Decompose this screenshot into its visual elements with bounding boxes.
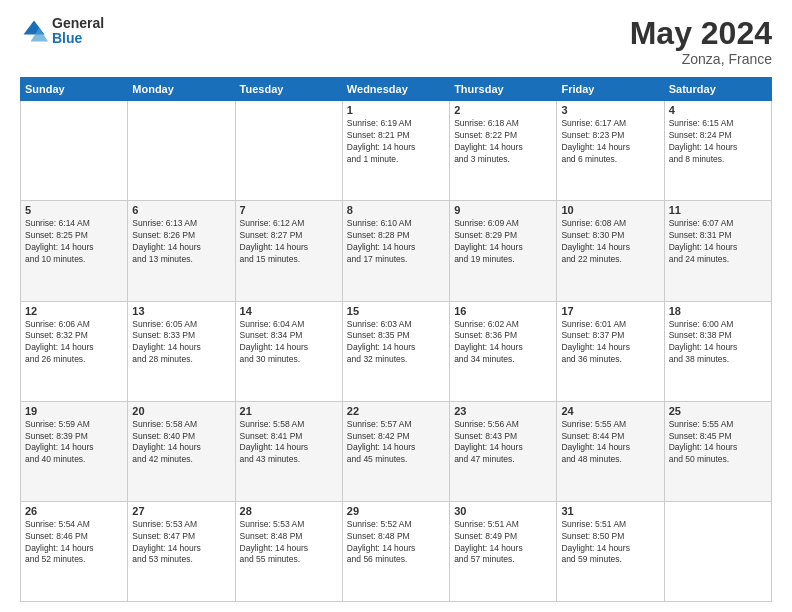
day-info: Sunrise: 6:18 AM Sunset: 8:22 PM Dayligh… [454,118,552,166]
day-info: Sunrise: 6:17 AM Sunset: 8:23 PM Dayligh… [561,118,659,166]
day-info: Sunrise: 5:58 AM Sunset: 8:40 PM Dayligh… [132,419,230,467]
day-info: Sunrise: 5:51 AM Sunset: 8:49 PM Dayligh… [454,519,552,567]
day-info: Sunrise: 6:09 AM Sunset: 8:29 PM Dayligh… [454,218,552,266]
day-info: Sunrise: 5:57 AM Sunset: 8:42 PM Dayligh… [347,419,445,467]
day-info: Sunrise: 6:01 AM Sunset: 8:37 PM Dayligh… [561,319,659,367]
logo-text: General Blue [52,16,104,47]
calendar-cell: 9Sunrise: 6:09 AM Sunset: 8:29 PM Daylig… [450,201,557,301]
day-number: 15 [347,305,445,317]
calendar-cell: 8Sunrise: 6:10 AM Sunset: 8:28 PM Daylig… [342,201,449,301]
day-info: Sunrise: 6:00 AM Sunset: 8:38 PM Dayligh… [669,319,767,367]
day-number: 28 [240,505,338,517]
day-number: 11 [669,204,767,216]
day-info: Sunrise: 6:19 AM Sunset: 8:21 PM Dayligh… [347,118,445,166]
calendar-cell [664,501,771,601]
day-number: 1 [347,104,445,116]
day-info: Sunrise: 6:15 AM Sunset: 8:24 PM Dayligh… [669,118,767,166]
day-info: Sunrise: 5:53 AM Sunset: 8:48 PM Dayligh… [240,519,338,567]
day-info: Sunrise: 6:07 AM Sunset: 8:31 PM Dayligh… [669,218,767,266]
title-block: May 2024 Zonza, France [630,16,772,67]
calendar-cell: 10Sunrise: 6:08 AM Sunset: 8:30 PM Dayli… [557,201,664,301]
logo: General Blue [20,16,104,47]
calendar-cell: 27Sunrise: 5:53 AM Sunset: 8:47 PM Dayli… [128,501,235,601]
calendar-cell: 25Sunrise: 5:55 AM Sunset: 8:45 PM Dayli… [664,401,771,501]
calendar-cell: 5Sunrise: 6:14 AM Sunset: 8:25 PM Daylig… [21,201,128,301]
day-info: Sunrise: 5:59 AM Sunset: 8:39 PM Dayligh… [25,419,123,467]
calendar-cell: 19Sunrise: 5:59 AM Sunset: 8:39 PM Dayli… [21,401,128,501]
day-number: 18 [669,305,767,317]
day-info: Sunrise: 5:52 AM Sunset: 8:48 PM Dayligh… [347,519,445,567]
day-number: 24 [561,405,659,417]
day-number: 9 [454,204,552,216]
day-info: Sunrise: 5:53 AM Sunset: 8:47 PM Dayligh… [132,519,230,567]
day-info: Sunrise: 6:08 AM Sunset: 8:30 PM Dayligh… [561,218,659,266]
calendar-cell: 2Sunrise: 6:18 AM Sunset: 8:22 PM Daylig… [450,101,557,201]
calendar-week-row: 12Sunrise: 6:06 AM Sunset: 8:32 PM Dayli… [21,301,772,401]
calendar-cell: 18Sunrise: 6:00 AM Sunset: 8:38 PM Dayli… [664,301,771,401]
calendar-cell: 14Sunrise: 6:04 AM Sunset: 8:34 PM Dayli… [235,301,342,401]
day-number: 19 [25,405,123,417]
calendar-cell: 31Sunrise: 5:51 AM Sunset: 8:50 PM Dayli… [557,501,664,601]
calendar-cell [235,101,342,201]
calendar: SundayMondayTuesdayWednesdayThursdayFrid… [20,77,772,602]
day-info: Sunrise: 6:14 AM Sunset: 8:25 PM Dayligh… [25,218,123,266]
day-number: 2 [454,104,552,116]
calendar-cell: 4Sunrise: 6:15 AM Sunset: 8:24 PM Daylig… [664,101,771,201]
day-number: 4 [669,104,767,116]
calendar-cell: 23Sunrise: 5:56 AM Sunset: 8:43 PM Dayli… [450,401,557,501]
day-info: Sunrise: 6:13 AM Sunset: 8:26 PM Dayligh… [132,218,230,266]
calendar-cell: 26Sunrise: 5:54 AM Sunset: 8:46 PM Dayli… [21,501,128,601]
calendar-cell: 1Sunrise: 6:19 AM Sunset: 8:21 PM Daylig… [342,101,449,201]
calendar-cell: 24Sunrise: 5:55 AM Sunset: 8:44 PM Dayli… [557,401,664,501]
logo-general: General [52,16,104,31]
calendar-header-saturday: Saturday [664,78,771,101]
day-info: Sunrise: 6:12 AM Sunset: 8:27 PM Dayligh… [240,218,338,266]
logo-blue: Blue [52,31,104,46]
calendar-cell [128,101,235,201]
day-number: 8 [347,204,445,216]
calendar-cell: 22Sunrise: 5:57 AM Sunset: 8:42 PM Dayli… [342,401,449,501]
calendar-header-wednesday: Wednesday [342,78,449,101]
day-info: Sunrise: 5:51 AM Sunset: 8:50 PM Dayligh… [561,519,659,567]
day-number: 23 [454,405,552,417]
day-info: Sunrise: 6:02 AM Sunset: 8:36 PM Dayligh… [454,319,552,367]
calendar-cell: 7Sunrise: 6:12 AM Sunset: 8:27 PM Daylig… [235,201,342,301]
day-info: Sunrise: 5:56 AM Sunset: 8:43 PM Dayligh… [454,419,552,467]
calendar-header-tuesday: Tuesday [235,78,342,101]
day-number: 6 [132,204,230,216]
day-number: 7 [240,204,338,216]
calendar-cell: 13Sunrise: 6:05 AM Sunset: 8:33 PM Dayli… [128,301,235,401]
calendar-header-monday: Monday [128,78,235,101]
day-number: 22 [347,405,445,417]
day-number: 13 [132,305,230,317]
calendar-cell: 12Sunrise: 6:06 AM Sunset: 8:32 PM Dayli… [21,301,128,401]
calendar-cell [21,101,128,201]
calendar-cell: 15Sunrise: 6:03 AM Sunset: 8:35 PM Dayli… [342,301,449,401]
page: General Blue May 2024 Zonza, France Sund… [0,0,792,612]
day-number: 5 [25,204,123,216]
month-year: May 2024 [630,16,772,51]
day-number: 20 [132,405,230,417]
day-number: 27 [132,505,230,517]
day-number: 16 [454,305,552,317]
calendar-cell: 20Sunrise: 5:58 AM Sunset: 8:40 PM Dayli… [128,401,235,501]
calendar-cell: 29Sunrise: 5:52 AM Sunset: 8:48 PM Dayli… [342,501,449,601]
day-info: Sunrise: 5:55 AM Sunset: 8:44 PM Dayligh… [561,419,659,467]
day-info: Sunrise: 5:55 AM Sunset: 8:45 PM Dayligh… [669,419,767,467]
calendar-cell: 28Sunrise: 5:53 AM Sunset: 8:48 PM Dayli… [235,501,342,601]
day-number: 31 [561,505,659,517]
day-number: 26 [25,505,123,517]
day-info: Sunrise: 6:04 AM Sunset: 8:34 PM Dayligh… [240,319,338,367]
day-info: Sunrise: 6:10 AM Sunset: 8:28 PM Dayligh… [347,218,445,266]
day-number: 14 [240,305,338,317]
calendar-cell: 16Sunrise: 6:02 AM Sunset: 8:36 PM Dayli… [450,301,557,401]
calendar-header-friday: Friday [557,78,664,101]
day-number: 21 [240,405,338,417]
day-info: Sunrise: 5:54 AM Sunset: 8:46 PM Dayligh… [25,519,123,567]
calendar-cell: 30Sunrise: 5:51 AM Sunset: 8:49 PM Dayli… [450,501,557,601]
day-number: 12 [25,305,123,317]
day-info: Sunrise: 6:06 AM Sunset: 8:32 PM Dayligh… [25,319,123,367]
day-number: 17 [561,305,659,317]
calendar-cell: 21Sunrise: 5:58 AM Sunset: 8:41 PM Dayli… [235,401,342,501]
calendar-cell: 6Sunrise: 6:13 AM Sunset: 8:26 PM Daylig… [128,201,235,301]
